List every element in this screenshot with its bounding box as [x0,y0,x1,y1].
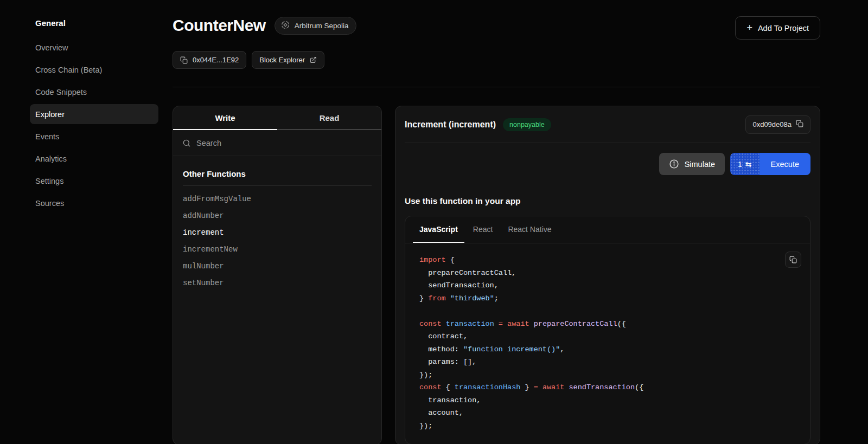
sidebar-title: General [30,18,158,28]
simulate-button[interactable]: Simulate [659,153,725,175]
execute-label: Execute [771,160,799,169]
contract-address: 0x044E...1E92 [193,56,239,64]
sidebar-item-overview[interactable]: Overview [30,37,158,57]
network-badge-label: Arbitrum Sepolia [295,22,349,30]
contract-header: CounterNew Arbitrum Sepolia + Add To Pro… [173,16,820,40]
functions-panel: Write Read Other Functions addFromMsgVal… [173,106,382,444]
usage-section-title: Use this function in your app [405,196,810,206]
function-item-setNumber[interactable]: setNumber [183,274,372,291]
transaction-count-button[interactable]: 1 ⇆ [730,153,760,175]
sidebar-item-code-snippets[interactable]: Code Snippets [30,82,158,102]
detail-divider [405,143,810,143]
sidebar-item-label: Cross Chain (Beta) [35,66,102,74]
copy-code-button[interactable] [785,252,801,268]
tab-javascript-label: JavaScript [419,225,458,234]
network-badge[interactable]: Arbitrum Sepolia [275,17,357,35]
function-item-increment[interactable]: increment [183,224,372,241]
function-detail-header: Increment (increment) nonpayable 0xd09de… [405,106,810,143]
function-title: Increment (increment) [405,120,496,130]
add-to-project-label: Add To Project [758,24,809,33]
function-item-addFromMsgValue[interactable]: addFromMsgValue [183,190,372,207]
external-link-icon [310,56,317,63]
swap-icon: ⇆ [745,160,752,169]
code-snippet-card: JavaScript React React Native import { p… [405,216,810,444]
execute-button[interactable]: Execute [760,153,810,175]
sidebar-item-events[interactable]: Events [30,126,158,146]
tab-read-label: Read [320,113,340,123]
copy-address-button[interactable]: 0x044E...1E92 [173,51,246,69]
plus-icon: + [746,22,752,34]
sidebar: General Overview Cross Chain (Beta) Code… [0,0,171,444]
contract-address-row: 0x044E...1E92 Block Explorer [173,51,820,69]
function-search-input[interactable] [196,139,372,147]
tab-react[interactable]: React [467,216,500,243]
header-divider [173,87,820,87]
tab-write-label: Write [215,113,235,123]
sidebar-item-settings[interactable]: Settings [30,171,158,191]
write-read-tabs: Write Read [173,106,381,130]
copy-selector-button[interactable]: 0xd09de08a [745,115,810,134]
sidebar-item-label: Code Snippets [35,88,87,96]
copy-icon [180,56,188,64]
block-explorer-label: Block Explorer [259,56,305,64]
tab-read[interactable]: Read [277,106,381,130]
tab-react-native[interactable]: React Native [501,216,558,243]
action-buttons-row: Simulate 1 ⇆ Execute [405,153,810,175]
copy-icon [796,120,803,129]
function-group-title: Other Functions [183,165,372,186]
code-content: import { prepareContractCall, sendTransa… [419,254,796,432]
sidebar-item-label: Events [35,132,59,141]
network-chain-icon [280,20,290,31]
info-icon [669,159,679,169]
function-search-row [173,130,381,156]
function-item-mulNumber[interactable]: mulNumber [183,258,372,274]
tab-write[interactable]: Write [173,106,277,130]
page-title: CounterNew [173,16,266,35]
sidebar-item-label: Analytics [35,155,67,163]
add-to-project-button[interactable]: + Add To Project [735,16,820,40]
function-list: Other Functions addFromMsgValue addNumbe… [173,156,381,300]
copy-icon [789,256,797,263]
execute-split-button: 1 ⇆ Execute [730,153,810,175]
search-icon [182,139,191,147]
function-item-incrementNew[interactable]: incrementNew [183,241,372,258]
main-content: CounterNew Arbitrum Sepolia + Add To Pro… [171,0,868,444]
tab-javascript[interactable]: JavaScript [413,216,464,243]
function-detail-panel: Increment (increment) nonpayable 0xd09de… [395,106,820,444]
mutability-badge: nonpayable [503,118,551,131]
sidebar-item-cross-chain[interactable]: Cross Chain (Beta) [30,60,158,80]
sidebar-item-label: Overview [35,43,68,52]
code-language-tabs: JavaScript React React Native [405,216,810,243]
sidebar-item-analytics[interactable]: Analytics [30,149,158,169]
sidebar-item-explorer[interactable]: Explorer [30,104,158,124]
block-explorer-button[interactable]: Block Explorer [252,51,324,69]
code-body: import { prepareContractCall, sendTransa… [405,243,810,442]
sidebar-item-sources[interactable]: Sources [30,193,158,213]
transaction-count: 1 [738,160,742,169]
simulate-label: Simulate [685,160,715,169]
sidebar-item-label: Explorer [35,110,65,119]
tab-react-label: React [473,225,493,234]
function-selector: 0xd09de08a [752,120,792,128]
sidebar-item-label: Settings [35,177,63,185]
function-item-addNumber[interactable]: addNumber [183,207,372,224]
tab-react-native-label: React Native [508,225,551,234]
sidebar-item-label: Sources [35,199,64,208]
